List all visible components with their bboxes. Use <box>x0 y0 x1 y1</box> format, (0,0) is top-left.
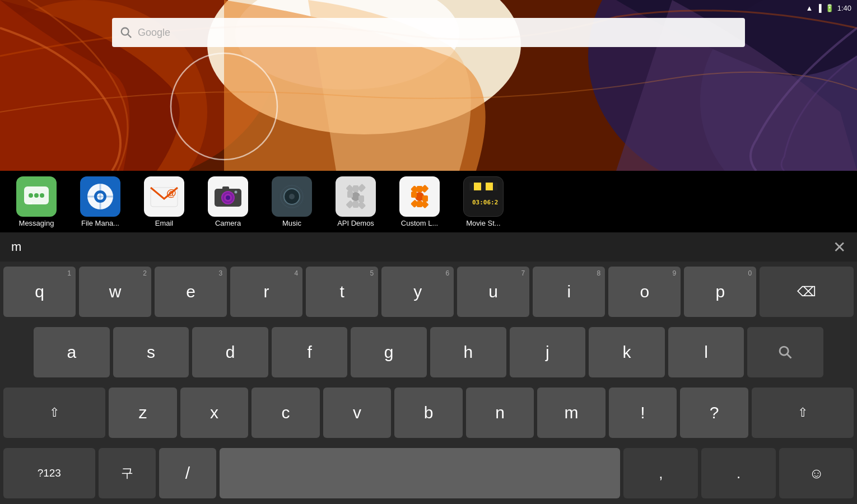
backspace-key[interactable]: ⌫ <box>760 267 854 317</box>
search-placeholder: Google <box>138 27 170 39</box>
key-d[interactable]: d <box>192 327 268 377</box>
key-v[interactable]: v <box>323 388 392 438</box>
numbers-key[interactable]: ?123 <box>3 448 95 498</box>
key-i[interactable]: i8 <box>533 267 605 317</box>
keyboard-row-2: a s d f g h j k l <box>0 322 857 382</box>
app-label-moviest: Movie St... <box>466 219 500 227</box>
app-filemanager[interactable]: File Mana... <box>69 174 131 230</box>
svg-point-27 <box>235 190 237 193</box>
key-n[interactable]: n <box>466 388 534 438</box>
app-camera[interactable]: Camera <box>197 174 259 230</box>
status-bar: ▲ ▐ 🔋 1:40 <box>790 0 857 16</box>
signal-icon: ▐ <box>816 4 821 12</box>
app-customl[interactable]: Custom L... <box>389 174 450 230</box>
key-u[interactable]: u7 <box>457 267 529 317</box>
app-label-email: Email <box>155 219 174 227</box>
svg-rect-44 <box>422 195 428 202</box>
svg-rect-52 <box>469 183 474 190</box>
app-label-messaging: Messaging <box>19 219 54 227</box>
app-icon-music <box>272 176 312 217</box>
key-question[interactable]: ? <box>680 388 748 438</box>
app-label-apidemos: API Demos <box>337 219 374 227</box>
app-tray: MessagingFile Mana...@EmailCameraMusicAP… <box>0 171 857 232</box>
svg-rect-26 <box>222 186 229 190</box>
search-input-area[interactable]: m ✕ <box>0 232 857 262</box>
app-moviest[interactable]: 03:06:29Movie St... <box>453 174 514 230</box>
key-y[interactable]: y6 <box>381 267 454 317</box>
key-w[interactable]: w2 <box>79 267 151 317</box>
key-g[interactable]: g <box>351 327 427 377</box>
keyboard-row-3: ⇧ z x c v b n m ! ? ⇧ <box>0 382 857 443</box>
app-label-customl: Custom L... <box>401 219 438 227</box>
search-icon <box>120 26 132 39</box>
key-l[interactable]: l <box>668 327 744 377</box>
svg-rect-39 <box>357 200 366 209</box>
key-a[interactable]: a <box>34 327 110 377</box>
svg-point-12 <box>34 193 39 198</box>
svg-line-9 <box>128 34 131 38</box>
keyboard-row-1: q1 w2 e3 r4 t5 y6 u7 i8 o9 p0 ⌫ <box>0 262 857 322</box>
key-s[interactable]: s <box>113 327 189 377</box>
key-m[interactable]: m <box>537 388 606 438</box>
app-apidemos[interactable]: API Demos <box>325 174 386 230</box>
svg-point-30 <box>289 194 295 199</box>
key-k[interactable]: k <box>589 327 665 377</box>
svg-line-57 <box>787 354 791 358</box>
battery-icon: 🔋 <box>825 4 834 12</box>
svg-rect-37 <box>357 183 366 192</box>
language-key[interactable]: 구 <box>99 448 156 498</box>
search-clear-button[interactable]: ✕ <box>833 238 846 256</box>
svg-point-11 <box>29 193 33 198</box>
comma-key[interactable]: , <box>623 448 698 498</box>
svg-rect-38 <box>346 200 355 209</box>
search-key[interactable] <box>747 327 823 377</box>
status-time: 1:40 <box>837 4 851 12</box>
app-icon-filemanager <box>80 176 120 217</box>
svg-point-13 <box>40 193 44 198</box>
app-label-music: Music <box>282 219 301 227</box>
svg-rect-53 <box>481 183 486 190</box>
shift-left-key[interactable]: ⇧ <box>3 388 105 438</box>
key-r[interactable]: r4 <box>230 267 302 317</box>
keyboard-row-4: ?123 구 / , . ☺ <box>0 443 857 503</box>
key-p[interactable]: p0 <box>684 267 756 317</box>
svg-text:03:06:29: 03:06:29 <box>472 199 498 206</box>
key-o[interactable]: o9 <box>608 267 681 317</box>
svg-point-8 <box>122 28 129 35</box>
period-key[interactable]: . <box>701 448 776 498</box>
key-z[interactable]: z <box>109 388 177 438</box>
svg-rect-35 <box>358 195 364 202</box>
app-label-camera: Camera <box>215 219 241 227</box>
key-h[interactable]: h <box>430 327 506 377</box>
svg-rect-54 <box>493 183 497 190</box>
app-email[interactable]: @Email <box>133 174 195 230</box>
keyboard: q1 w2 e3 r4 t5 y6 u7 i8 o9 p0 ⌫ a s d f … <box>0 262 857 504</box>
key-b[interactable]: b <box>394 388 463 438</box>
key-j[interactable]: j <box>510 327 586 377</box>
search-typed-text: m <box>11 240 833 254</box>
shift-right-key[interactable]: ⇧ <box>752 388 854 438</box>
wifi-icon: ▲ <box>806 4 813 12</box>
app-music[interactable]: Music <box>261 174 323 230</box>
key-x[interactable]: x <box>180 388 249 438</box>
app-icon-messaging <box>16 176 57 217</box>
app-icon-email: @ <box>144 176 184 217</box>
key-exclaim[interactable]: ! <box>609 388 677 438</box>
svg-point-25 <box>226 195 230 200</box>
key-f[interactable]: f <box>272 327 348 377</box>
app-icon-moviest: 03:06:29 <box>463 176 504 217</box>
app-icon-apidemos <box>336 176 376 217</box>
search-bar[interactable]: Google <box>112 18 745 47</box>
svg-rect-40 <box>346 184 355 193</box>
spacebar-key[interactable] <box>220 448 620 498</box>
app-label-filemanager: File Mana... <box>81 219 119 227</box>
key-t[interactable]: t5 <box>306 267 378 317</box>
app-messaging[interactable]: Messaging <box>6 174 67 230</box>
key-c[interactable]: c <box>251 388 320 438</box>
emoji-key[interactable]: ☺ <box>779 448 854 498</box>
key-q[interactable]: q1 <box>3 267 76 317</box>
key-e[interactable]: e3 <box>155 267 227 317</box>
slash-key[interactable]: / <box>159 448 216 498</box>
app-icon-customl <box>399 176 440 217</box>
svg-text:@: @ <box>166 188 176 199</box>
